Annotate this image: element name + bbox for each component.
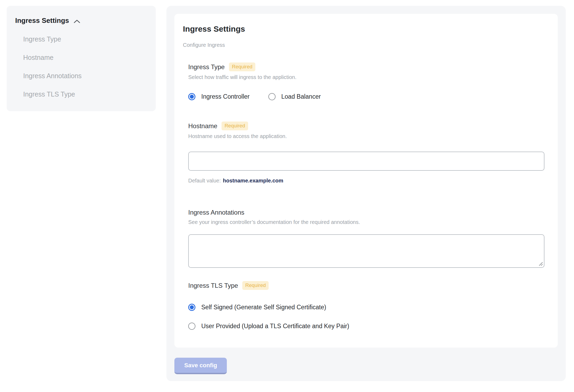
field-label-row: Ingress Type Required	[188, 62, 544, 71]
field-label-hostname: Hostname	[188, 122, 217, 130]
sidebar-item-ingress-type[interactable]: Ingress Type	[23, 35, 147, 43]
field-label-row: Ingress TLS Type Required	[188, 281, 544, 290]
default-value-prefix: Default value:	[188, 178, 221, 184]
sidebar-item-hostname[interactable]: Hostname	[23, 54, 147, 61]
hostname-input[interactable]	[188, 152, 544, 171]
radio-group-ingress-type: Ingress Controller Load Balancer	[188, 93, 544, 100]
save-config-button[interactable]: Save config	[174, 358, 227, 374]
radio-option-ingress-controller[interactable]: Ingress Controller	[188, 93, 250, 100]
field-description-hostname: Hostname used to access the application.	[188, 133, 544, 139]
radio-label-self-signed: Self Signed (Generate Self Signed Certif…	[201, 304, 326, 311]
settings-sidebar: Ingress Settings Ingress Type Hostname I…	[7, 6, 156, 111]
radio-option-load-balancer[interactable]: Load Balancer	[268, 93, 321, 100]
page-subtitle: Configure Ingress	[183, 42, 544, 48]
required-badge: Required	[222, 122, 248, 130]
radio-group-ingress-tls-type: Self Signed (Generate Self Signed Certif…	[188, 304, 544, 330]
section-ingress-tls-type: Ingress TLS Type Required Self Signed (G…	[188, 281, 544, 330]
field-description-ingress-type: Select how traffic will ingress to the a…	[188, 74, 544, 80]
section-ingress-type: Ingress Type Required Select how traffic…	[188, 62, 544, 100]
default-value-note: Default value:hostname.example.com	[188, 178, 544, 184]
settings-card: Ingress Settings Configure Ingress Ingre…	[174, 14, 558, 348]
radio-label-ingress-controller: Ingress Controller	[201, 93, 250, 100]
section-ingress-annotations: Ingress Annotations See your ingress con…	[188, 209, 544, 268]
field-label-ingress-annotations: Ingress Annotations	[188, 209, 244, 216]
annotations-textarea-wrap	[188, 234, 544, 268]
radio-option-self-signed[interactable]: Self Signed (Generate Self Signed Certif…	[188, 304, 544, 311]
radio-option-user-provided[interactable]: User Provided (Upload a TLS Certificate …	[188, 323, 544, 330]
field-label-row: Hostname Required	[188, 122, 544, 130]
radio-selected-icon[interactable]	[188, 304, 195, 311]
field-label-ingress-type: Ingress Type	[188, 63, 225, 71]
sidebar-item-ingress-annotations[interactable]: Ingress Annotations	[23, 72, 147, 80]
radio-unselected-icon[interactable]	[188, 323, 195, 330]
radio-selected-icon[interactable]	[188, 93, 195, 100]
chevron-up-icon	[73, 19, 81, 24]
sidebar-item-ingress-tls-type[interactable]: Ingress TLS Type	[23, 90, 147, 98]
required-badge: Required	[229, 62, 255, 71]
radio-label-user-provided: User Provided (Upload a TLS Certificate …	[201, 323, 349, 330]
radio-label-load-balancer: Load Balancer	[281, 93, 321, 100]
annotations-textarea[interactable]	[188, 234, 544, 268]
required-badge: Required	[242, 281, 269, 290]
field-label-row: Ingress Annotations	[188, 209, 544, 216]
radio-unselected-icon[interactable]	[268, 93, 276, 100]
field-description-ingress-annotations: See your ingress controller’s documentat…	[188, 219, 544, 225]
sidebar-section-toggle[interactable]: Ingress Settings	[15, 16, 147, 25]
default-value: hostname.example.com	[223, 178, 283, 184]
page-title: Ingress Settings	[183, 24, 544, 34]
field-label-ingress-tls-type: Ingress TLS Type	[188, 282, 238, 289]
sidebar-section-title: Ingress Settings	[15, 16, 69, 25]
sidebar-item-list: Ingress Type Hostname Ingress Annotation…	[15, 35, 147, 98]
section-hostname: Hostname Required Hostname used to acces…	[188, 122, 544, 184]
main-panel: Ingress Settings Configure Ingress Ingre…	[166, 6, 566, 381]
